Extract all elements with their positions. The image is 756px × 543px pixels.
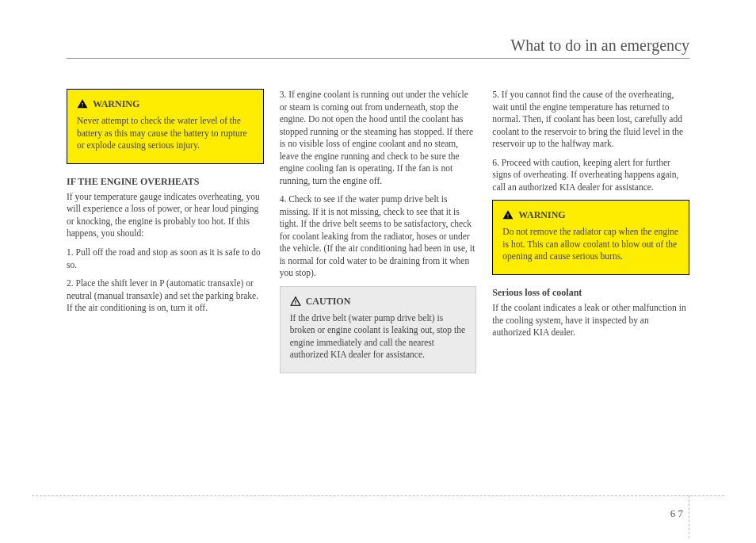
list-item-2: 2. Place the shift lever in P (automatic… bbox=[67, 277, 264, 315]
warning-header-2: WARNING bbox=[502, 208, 679, 221]
caution-label: CAUTION bbox=[306, 295, 351, 308]
column-3: 5. If you cannot find the cause of the o… bbox=[492, 89, 689, 384]
list-item-3: 3. If engine coolant is running out unde… bbox=[280, 89, 477, 187]
list-item-1: 1. Pull off the road and stop as soon as… bbox=[67, 247, 264, 271]
warning-label-2: WARNING bbox=[518, 208, 565, 221]
column-2: 3. If engine coolant is running out unde… bbox=[280, 89, 477, 384]
warning-box-battery: WARNING Never attempt to check the water… bbox=[67, 89, 264, 164]
intro-paragraph: If your temperature gauge indicates over… bbox=[67, 191, 264, 240]
section-heading-overheats: IF THE ENGINE OVERHEATS bbox=[67, 175, 264, 188]
warning-body-2: Do not remove the radiator cap when the … bbox=[502, 226, 679, 263]
warning-box-radiator: WARNING Do not remove the radiator cap w… bbox=[492, 200, 689, 275]
content-columns: WARNING Never attempt to check the water… bbox=[67, 89, 689, 384]
warning-header: WARNING bbox=[77, 98, 254, 110]
page-title: What to do in an emergency bbox=[510, 36, 689, 54]
footer-divider-vertical bbox=[689, 495, 689, 538]
warning-triangle-icon bbox=[77, 98, 88, 109]
page-header: What to do in an emergency bbox=[67, 36, 689, 59]
warning-body: Never attempt to check the water level o… bbox=[77, 115, 254, 152]
caution-box-belt: CAUTION If the drive belt (water pump dr… bbox=[280, 286, 477, 373]
list-item-6: 6. Proceed with caution, keeping alert f… bbox=[492, 157, 689, 194]
warning-triangle-icon bbox=[502, 209, 514, 220]
column-1: WARNING Never attempt to check the water… bbox=[67, 89, 264, 384]
subheading-coolant-loss: Serious loss of coolant bbox=[492, 286, 689, 299]
warning-label: WARNING bbox=[93, 98, 139, 110]
caution-triangle-icon bbox=[290, 296, 301, 307]
footer-divider-horizontal bbox=[32, 495, 724, 496]
list-item-5: 5. If you cannot find the cause of the o… bbox=[492, 89, 689, 151]
caution-header: CAUTION bbox=[290, 295, 467, 308]
page-number: 6 7 bbox=[670, 507, 683, 520]
coolant-loss-body: If the coolant indicates a leak or other… bbox=[492, 302, 689, 339]
caution-body: If the drive belt (water pump drive belt… bbox=[290, 312, 467, 361]
list-item-4: 4. Check to see if the water pump drive … bbox=[280, 193, 477, 280]
